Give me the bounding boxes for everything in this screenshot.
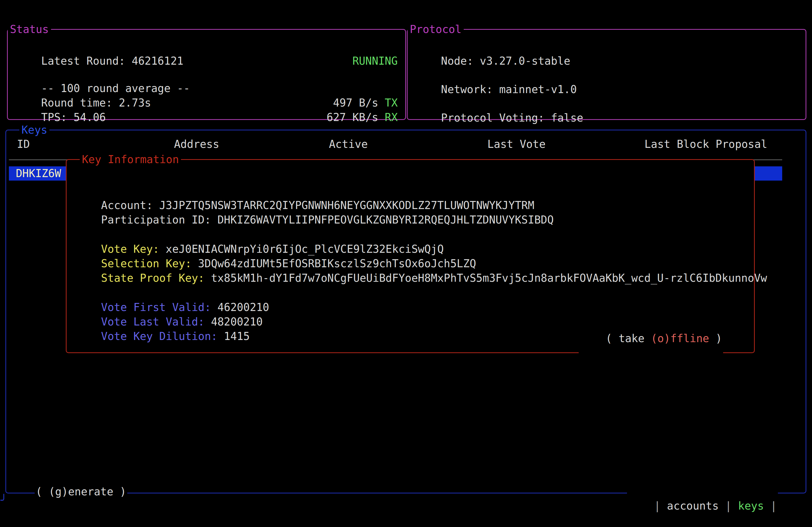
node-state-badge: RUNNING [327, 40, 398, 82]
terminal-screen: { "status": { "title": "Status", "latest… [0, 0, 812, 527]
tps-value: 54.06 [74, 111, 106, 123]
protocol-voting-value: false [551, 111, 583, 124]
take-offline-hotkey: (o)ffline [651, 332, 709, 345]
participation-id-row: Participation ID:DHKIZ6WAVTYLIIPNFPEOVGL… [75, 199, 554, 213]
column-header-address: Address [174, 137, 219, 151]
vote-key-row: Vote Key:xeJ0ENIACWNrpYi0r6IjOc_PlcVCE9l… [75, 228, 444, 242]
protocol-panel: Protocol Node:v3.27.0-stable Network:mai… [407, 29, 806, 120]
tab-divider: | [654, 500, 661, 512]
status-panel: Status Latest Round:46216121 RUNNING -- … [7, 29, 406, 120]
state-proof-key-value: tx85kM1h-dY1Fd7w7oNCgFUeUiBdFYoeH8MxPhTv… [211, 272, 767, 284]
tps-row: TPS:54.06 [15, 96, 106, 110]
latest-round-label: Latest Round: [41, 55, 125, 67]
view-tabs: |accounts|keys| [627, 485, 778, 527]
rx-rate-value: 627 KB/s [327, 111, 378, 123]
vote-last-valid-row: Vote Last Valid:48200210 [75, 301, 263, 315]
participation-id-label: Participation ID: [101, 214, 211, 226]
network-row: Network:mainnet-v1.0 [415, 68, 577, 82]
rx-rate-label: RX [385, 111, 398, 123]
tab-accounts[interactable]: accounts [667, 500, 719, 512]
protocol-voting-label: Protocol Voting: [441, 111, 544, 124]
vote-first-valid-row: Vote First Valid:46200210 [75, 286, 269, 300]
account-row: Account:J3JPZTQ5NSW3TARRC2QIYPGNWNH6NEYG… [75, 184, 534, 198]
selection-key-row: Selection Key:3DQw64zdIUMt5EfOSRBIKsczlS… [75, 242, 476, 257]
round-time-value: 2.73s [119, 96, 151, 109]
node-version-row: Node:v3.27.0-stable [415, 40, 570, 54]
network-value: mainnet-v1.0 [499, 83, 577, 95]
latest-round-row: Latest Round:46216121 [15, 40, 184, 54]
participation-id-value: DHKIZ6WAVTYLIIPNFPEOVGLKZGNBYRI2RQEQJHLT… [218, 214, 554, 226]
key-information-title: Key Information [80, 152, 181, 167]
tab-divider: | [770, 500, 777, 512]
take-offline-prefix: ( take [606, 332, 651, 345]
take-offline-button[interactable]: ( take (o)ffline ) [579, 317, 723, 360]
round-average-header: -- 100 round average -- [15, 67, 190, 81]
round-time-row: Round time:2.73s [15, 81, 151, 96]
vote-key-dilution-value: 1415 [224, 330, 250, 342]
state-proof-key-row: State Proof Key:tx85kM1h-dY1Fd7w7oNCgFUe… [75, 257, 767, 271]
column-header-last-vote: Last Vote [487, 137, 546, 151]
selected-row-id: DHKIZ6W [16, 166, 61, 181]
network-label: Network: [441, 83, 493, 95]
stray-border-glyph: ╯ [1, 493, 7, 508]
protocol-voting-row: Protocol Voting:false [415, 96, 583, 111]
key-information-modal: Key Information Account:J3JPZTQ5NSW3TARR… [66, 159, 755, 353]
tab-keys-active[interactable]: keys [738, 500, 764, 512]
take-offline-suffix: ) [709, 332, 722, 345]
node-version-label: Node: [441, 55, 473, 67]
column-header-last-block-proposal: Last Block Proposal [644, 137, 767, 151]
generate-button[interactable]: ( (g)enerate ) [35, 485, 127, 499]
node-version-value: v3.27.0-stable [480, 55, 570, 67]
protocol-panel-title: Protocol [408, 22, 464, 36]
tps-label: TPS: [41, 111, 67, 123]
column-header-active: Active [329, 137, 368, 151]
vote-key-dilution-row: Vote Key Dilution:1415 [75, 315, 250, 329]
vote-key-dilution-label: Vote Key Dilution: [101, 330, 217, 342]
status-panel-title: Status [8, 22, 51, 36]
column-header-id: ID [17, 137, 30, 151]
keys-panel-title: Keys [19, 123, 49, 137]
running-status: RUNNING [352, 55, 398, 67]
tab-divider: | [725, 500, 731, 512]
latest-round-value: 46216121 [132, 55, 184, 67]
state-proof-key-label: State Proof Key: [101, 272, 204, 284]
